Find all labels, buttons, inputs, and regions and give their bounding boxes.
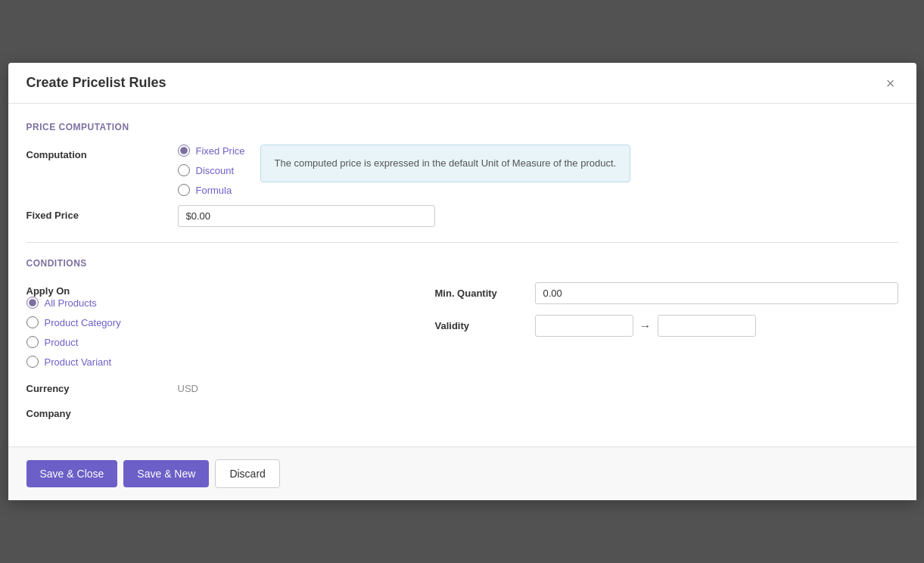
- radio-product-variant-label: Product Variant: [45, 356, 112, 368]
- company-row: Company: [26, 403, 898, 419]
- validity-row: Validity →: [435, 315, 898, 337]
- currency-label: Currency: [26, 378, 178, 394]
- price-computation-section-title: Price Computation: [26, 122, 898, 132]
- section-divider: [26, 242, 898, 243]
- radio-fixed-price[interactable]: Fixed Price: [178, 145, 245, 157]
- computation-info-text: The computed price is expressed in the d…: [275, 157, 617, 169]
- validity-end-input[interactable]: [658, 315, 756, 337]
- computation-content: Fixed Price Discount Formula The compute…: [178, 145, 898, 196]
- computation-radio-group: Fixed Price Discount Formula: [178, 145, 245, 196]
- radio-product-variant-input[interactable]: [26, 356, 39, 368]
- radio-product-category-input[interactable]: [26, 316, 39, 328]
- radio-formula[interactable]: Formula: [178, 184, 245, 196]
- apply-on-label: Apply On: [26, 281, 178, 297]
- radio-formula-label: Formula: [196, 185, 232, 196]
- modal-title: Create Pricelist Rules: [26, 75, 166, 91]
- fixed-price-input[interactable]: [178, 205, 435, 227]
- fixed-price-content: [178, 205, 898, 227]
- save-new-button[interactable]: Save & New: [123, 460, 209, 487]
- radio-product-category[interactable]: Product Category: [26, 316, 121, 328]
- modal-footer: Save & Close Save & New Discard: [8, 446, 916, 500]
- save-close-button[interactable]: Save & Close: [26, 460, 118, 487]
- currency-content: USD: [178, 378, 898, 394]
- computation-label: Computation: [26, 145, 178, 160]
- validity-inputs: →: [535, 315, 898, 337]
- fixed-price-row: Fixed Price: [26, 205, 898, 227]
- modal-header: Create Pricelist Rules ×: [8, 63, 916, 104]
- radio-product[interactable]: Product: [26, 336, 121, 348]
- radio-fixed-price-label: Fixed Price: [196, 145, 245, 157]
- discard-button[interactable]: Discard: [215, 459, 279, 488]
- radio-formula-input[interactable]: [178, 184, 190, 196]
- company-label: Company: [26, 403, 178, 419]
- computation-row: Computation Fixed Price Discount: [26, 145, 898, 196]
- apply-on-left: Apply On All Products Product Category: [26, 281, 405, 368]
- radio-product-input[interactable]: [26, 336, 39, 348]
- radio-discount-input[interactable]: [178, 164, 190, 176]
- conditions-section-title: Conditions: [26, 258, 898, 269]
- modal-body: Price Computation Computation Fixed Pric…: [8, 104, 916, 446]
- min-quantity-input[interactable]: [535, 282, 898, 304]
- modal-overlay: Create Pricelist Rules × Price Computati…: [0, 0, 924, 563]
- radio-discount[interactable]: Discount: [178, 164, 245, 176]
- validity-start-input[interactable]: [535, 315, 633, 337]
- radio-all-products-input[interactable]: [26, 297, 39, 309]
- validity-arrow-icon: →: [639, 319, 652, 333]
- radio-product-variant[interactable]: Product Variant: [26, 356, 121, 368]
- min-quantity-label: Min. Quantity: [435, 288, 526, 299]
- radio-all-products[interactable]: All Products: [26, 297, 121, 309]
- close-button[interactable]: ×: [883, 76, 898, 91]
- radio-product-label: Product: [45, 337, 79, 348]
- validity-label: Validity: [435, 320, 526, 331]
- modal-dialog: Create Pricelist Rules × Price Computati…: [8, 63, 916, 500]
- radio-product-category-label: Product Category: [45, 317, 121, 328]
- radio-discount-label: Discount: [196, 165, 235, 176]
- company-content: [178, 403, 898, 408]
- apply-on-radio-group: All Products Product Category Product: [26, 297, 121, 368]
- apply-on-conditions-row: Apply On All Products Product Category: [26, 281, 898, 368]
- apply-on-right: Min. Quantity Validity →: [435, 281, 898, 337]
- currency-value: USD: [178, 378, 198, 394]
- radio-all-products-label: All Products: [45, 297, 97, 309]
- computation-info-box: The computed price is expressed in the d…: [260, 145, 631, 182]
- radio-fixed-price-input[interactable]: [178, 145, 190, 157]
- min-quantity-row: Min. Quantity: [435, 282, 898, 304]
- currency-row: Currency USD: [26, 378, 898, 394]
- fixed-price-label: Fixed Price: [26, 205, 178, 221]
